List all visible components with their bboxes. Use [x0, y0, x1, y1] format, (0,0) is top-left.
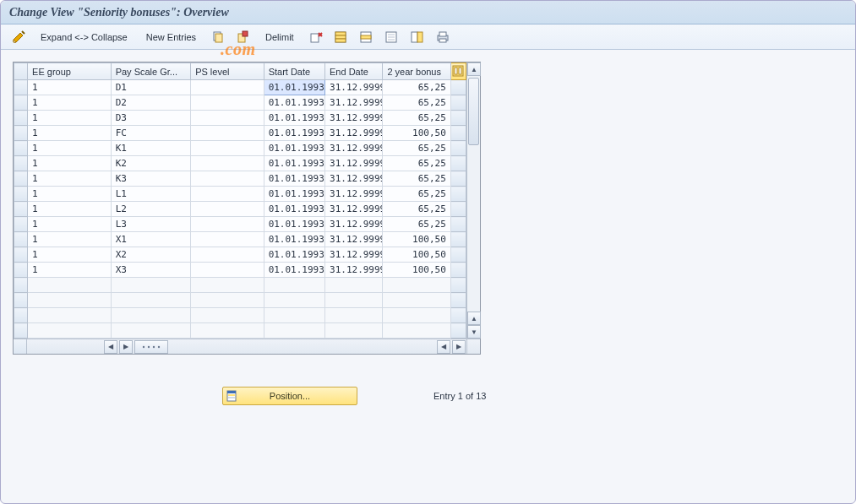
- col-pay-scale-group[interactable]: Pay Scale Gr...: [111, 63, 191, 80]
- cell-end-date[interactable]: 31.12.9999: [325, 126, 383, 141]
- cell-start-date[interactable]: 01.01.1993: [264, 141, 324, 156]
- cell-pay-scale-group[interactable]: D2: [111, 95, 191, 111]
- cell-start-date[interactable]: 01.01.1993: [264, 111, 324, 126]
- cell-pay-scale-group[interactable]: D3: [111, 111, 191, 126]
- cell-end-date[interactable]: 31.12.9999: [325, 187, 383, 202]
- col-ps-level[interactable]: PS level: [191, 63, 264, 80]
- row-selector[interactable]: [14, 217, 28, 232]
- print-icon[interactable]: [432, 28, 454, 46]
- cell-start-date[interactable]: 01.01.1993: [264, 247, 324, 263]
- cell-empty[interactable]: [264, 308, 324, 323]
- cell-start-date[interactable]: 01.01.1993: [264, 263, 324, 278]
- cell-bonus[interactable]: 65,25: [383, 141, 450, 156]
- cell-start-date[interactable]: 01.01.1993: [264, 156, 324, 171]
- cell-bonus[interactable]: 65,25: [383, 156, 450, 171]
- row-selector[interactable]: [14, 308, 28, 323]
- cell-empty[interactable]: [383, 278, 450, 293]
- table-row-empty[interactable]: [14, 278, 466, 293]
- cell-ps-level[interactable]: [191, 232, 264, 247]
- scroll-left-icon[interactable]: ◀: [104, 340, 117, 354]
- cell-end-date[interactable]: 31.12.9999: [325, 247, 383, 263]
- scroll-down-step-icon[interactable]: ▲: [467, 312, 481, 325]
- row-selector[interactable]: [14, 202, 28, 217]
- table-row[interactable]: 1D201.01.199331.12.999965,25: [14, 95, 466, 111]
- cell-pay-scale-group[interactable]: L1: [111, 187, 191, 202]
- table-row[interactable]: 1D301.01.199331.12.999965,25: [14, 111, 466, 126]
- cell-start-date[interactable]: 01.01.1993: [264, 232, 324, 247]
- cell-pay-scale-group[interactable]: K1: [111, 141, 191, 156]
- cell-ee-group[interactable]: 1: [28, 247, 112, 263]
- cell-bonus[interactable]: 100,50: [383, 247, 450, 263]
- cell-ps-level[interactable]: [191, 202, 264, 217]
- scroll-track[interactable]: [467, 76, 480, 312]
- cell-start-date[interactable]: 01.01.1993: [264, 217, 324, 232]
- cell-pay-scale-group[interactable]: L2: [111, 202, 191, 217]
- cell-bonus[interactable]: 100,50: [383, 126, 450, 141]
- cell-ee-group[interactable]: 1: [28, 80, 112, 95]
- cell-empty[interactable]: [28, 308, 112, 323]
- cell-bonus[interactable]: 100,50: [383, 263, 450, 278]
- copy-as-icon[interactable]: [232, 28, 254, 46]
- row-selector[interactable]: [14, 232, 28, 247]
- cell-empty[interactable]: [111, 308, 191, 323]
- cell-ee-group[interactable]: 1: [28, 232, 112, 247]
- row-selector[interactable]: [14, 141, 28, 156]
- cell-end-date[interactable]: 31.12.9999: [325, 202, 383, 217]
- scroll-up-icon[interactable]: ▲: [467, 62, 481, 76]
- delete-icon[interactable]: [305, 28, 327, 46]
- horizontal-scrollbar[interactable]: ◀ ▶ ◀ ▶: [14, 339, 480, 354]
- cell-ps-level[interactable]: [191, 80, 264, 95]
- table-row[interactable]: 1L301.01.199331.12.999965,25: [14, 217, 466, 232]
- cell-ee-group[interactable]: 1: [28, 217, 112, 232]
- cell-start-date[interactable]: 01.01.1993: [264, 171, 324, 187]
- column-settings-icon[interactable]: [134, 340, 168, 354]
- cell-bonus[interactable]: 65,25: [383, 80, 450, 95]
- row-selector[interactable]: [14, 171, 28, 187]
- cell-ps-level[interactable]: [191, 247, 264, 263]
- cell-bonus[interactable]: 65,25: [383, 171, 450, 187]
- layout-icon[interactable]: [406, 28, 428, 46]
- col-bonus[interactable]: 2 year bonus: [383, 63, 450, 80]
- toggle-edit-icon[interactable]: [8, 28, 30, 46]
- table-row[interactable]: 1L201.01.199331.12.999965,25: [14, 202, 466, 217]
- cell-pay-scale-group[interactable]: D1: [111, 80, 191, 95]
- row-selector[interactable]: [14, 187, 28, 202]
- cell-empty[interactable]: [191, 308, 264, 323]
- row-selector[interactable]: [14, 156, 28, 171]
- row-selector[interactable]: [14, 263, 28, 278]
- cell-empty[interactable]: [191, 278, 264, 293]
- cell-empty[interactable]: [383, 323, 450, 339]
- cell-end-date[interactable]: 31.12.9999: [325, 95, 383, 111]
- table-row[interactable]: 1K101.01.199331.12.999965,25: [14, 141, 466, 156]
- cell-ee-group[interactable]: 1: [28, 156, 112, 171]
- table-row[interactable]: 1FC01.01.199331.12.9999100,50: [14, 126, 466, 141]
- cell-empty[interactable]: [325, 293, 383, 308]
- scroll-last-icon[interactable]: ▶: [452, 340, 466, 354]
- cell-bonus[interactable]: 65,25: [383, 111, 450, 126]
- table-row-empty[interactable]: [14, 323, 466, 339]
- vertical-scrollbar[interactable]: ▲ ▲ ▼: [466, 62, 480, 339]
- cell-empty[interactable]: [383, 293, 450, 308]
- cell-start-date[interactable]: 01.01.1993: [264, 95, 324, 111]
- cell-end-date[interactable]: 31.12.9999: [325, 80, 383, 95]
- cell-end-date[interactable]: 31.12.9999: [325, 156, 383, 171]
- cell-ee-group[interactable]: 1: [28, 171, 112, 187]
- cell-end-date[interactable]: 31.12.9999: [325, 111, 383, 126]
- scroll-thumb[interactable]: [468, 78, 479, 145]
- scroll-first-icon[interactable]: ◀: [437, 340, 450, 354]
- expand-collapse-button[interactable]: Expand <-> Collapse: [33, 28, 135, 46]
- cell-end-date[interactable]: 31.12.9999: [325, 232, 383, 247]
- cell-ee-group[interactable]: 1: [28, 126, 112, 141]
- cell-start-date[interactable]: 01.01.1993: [264, 202, 324, 217]
- select-all-icon[interactable]: [330, 28, 352, 46]
- cell-empty[interactable]: [28, 293, 112, 308]
- row-selector[interactable]: [14, 95, 28, 111]
- cell-pay-scale-group[interactable]: FC: [111, 126, 191, 141]
- table-row-empty[interactable]: [14, 308, 466, 323]
- row-selector[interactable]: [14, 323, 28, 339]
- cell-ps-level[interactable]: [191, 141, 264, 156]
- cell-end-date[interactable]: 31.12.9999: [325, 141, 383, 156]
- cell-empty[interactable]: [325, 308, 383, 323]
- table-row[interactable]: 1D101.01.199331.12.999965,25: [14, 80, 466, 95]
- cell-ps-level[interactable]: [191, 263, 264, 278]
